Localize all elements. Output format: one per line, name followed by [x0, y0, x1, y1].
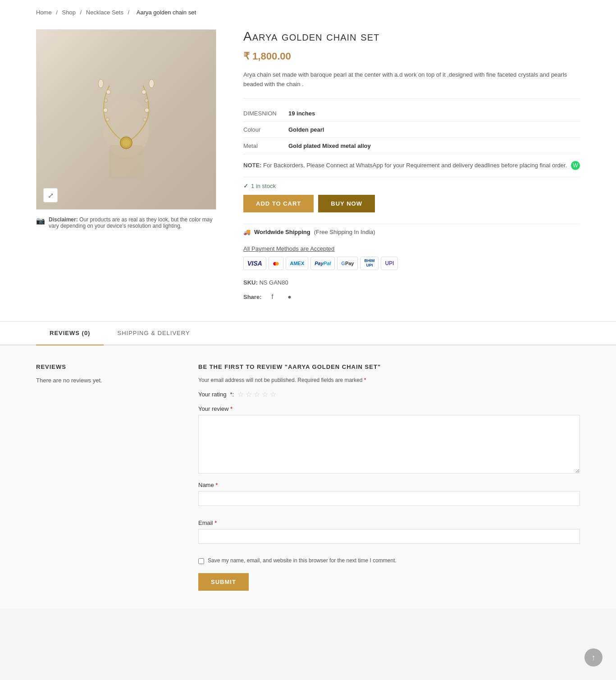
tab-shipping[interactable]: SHIPPING & DELIVERY: [104, 322, 203, 345]
upi-icon: UPI: [381, 257, 398, 270]
expand-button[interactable]: ⤢: [43, 188, 58, 202]
amex-icon: AMEX: [286, 257, 308, 270]
star-3[interactable]: ☆: [254, 390, 260, 399]
name-input[interactable]: [198, 491, 580, 506]
camera-icon: 📷: [36, 216, 45, 225]
stock-text: 1 in stock: [251, 183, 276, 189]
paypal-icon: PayPal: [310, 257, 335, 270]
review-form: BE THE FIRST TO REVIEW "AARYA GOLDEN CHA…: [198, 363, 580, 591]
metal-value: Gold plated Mixed metal alloy: [288, 142, 371, 149]
sku-value: NS GAN80: [259, 279, 288, 286]
reviews-left: REVIEWS There are no reviews yet.: [36, 363, 171, 591]
tab-reviews[interactable]: REVIEWS (0): [36, 322, 104, 345]
share-label: Share:: [243, 294, 261, 300]
product-image-wrapper: ⤢ 📷 Disclaimer: Our products are as real…: [36, 29, 216, 303]
product-image-placeholder: [37, 30, 216, 209]
mastercard-icon: ●●: [269, 257, 284, 270]
review-label: Your review *: [198, 405, 580, 412]
required-note: Your email address will not be published…: [198, 377, 580, 383]
dimension-value: 19 inches: [288, 110, 315, 117]
svg-point-5: [106, 118, 110, 121]
breadcrumb-shop[interactable]: Shop: [62, 9, 76, 16]
colour-value: Golden pearl: [288, 126, 324, 133]
truck-icon: 🚚: [243, 229, 251, 235]
breadcrumb: Home / Shop / Necklace Sets / Aarya gold…: [0, 0, 616, 25]
rating-row: Your rating *: ☆ ☆ ☆ ☆ ☆: [198, 390, 580, 399]
save-checkbox-label: Save my name, email, and website in this…: [208, 557, 397, 564]
sku-row: SKU: NS GAN80: [243, 279, 580, 286]
expand-icon: ⤢: [48, 191, 54, 200]
svg-point-11: [123, 139, 130, 147]
star-5[interactable]: ☆: [270, 390, 276, 399]
svg-point-9: [143, 118, 147, 121]
payment-label: All Payment Methods are Accepted: [243, 245, 580, 252]
note-text: For Backorders, Please Connect at WhatsA…: [263, 162, 567, 169]
add-to-cart-button[interactable]: ADD TO CART: [243, 195, 314, 212]
svg-point-13: [149, 79, 154, 88]
star-4[interactable]: ☆: [262, 390, 268, 399]
name-label: Name *: [198, 482, 580, 488]
email-input[interactable]: [198, 529, 580, 544]
breadcrumb-home[interactable]: Home: [36, 9, 52, 16]
svg-point-3: [104, 99, 108, 102]
metal-label: Metal: [243, 142, 279, 149]
product-price: ₹ 1,800.00: [243, 51, 580, 62]
facebook-share-icon[interactable]: f: [266, 290, 278, 303]
visa-icon: VISA: [243, 257, 266, 270]
svg-rect-1: [110, 145, 143, 179]
whatsapp-share-icon[interactable]: ●: [283, 290, 296, 303]
shipping-row: 🚚 Worldwide Shipping (Free Shipping In I…: [243, 224, 580, 240]
dimension-label: DIMESNION: [243, 110, 279, 117]
bhim-upi-icon: BHIMUPI: [360, 257, 379, 270]
svg-point-12: [98, 79, 103, 88]
review-textarea[interactable]: [198, 415, 580, 473]
star-2[interactable]: ☆: [246, 390, 252, 399]
shipping-note: (Free Shipping In India): [314, 229, 375, 235]
submit-button[interactable]: SUBMIT: [198, 573, 249, 591]
review-group: Your review *: [198, 405, 580, 475]
svg-point-8: [145, 108, 149, 112]
shipping-label: Worldwide Shipping: [254, 229, 310, 235]
stock-row: ✓ 1 in stock: [243, 177, 580, 195]
payment-icons: VISA ●● AMEX PayPal GPay BHIMUPI UPI: [243, 257, 580, 270]
colour-label: Colour: [243, 126, 279, 133]
share-row: Share: f ●: [243, 290, 580, 303]
svg-point-7: [145, 99, 148, 102]
save-checkbox[interactable]: [198, 558, 204, 564]
product-meta: DIMESNION 19 inches Colour Golden pearl …: [243, 98, 580, 178]
product-description: Arya chain set made with baroque pearl a…: [243, 70, 580, 89]
checkmark-icon: ✓: [243, 183, 248, 189]
whatsapp-icon: W: [571, 161, 580, 170]
note-label: NOTE:: [243, 162, 261, 169]
tabs-nav: REVIEWS (0) SHIPPING & DELIVERY: [0, 322, 616, 345]
product-title: Aarya golden chain set: [243, 29, 580, 44]
colour-row: Colour Golden pearl: [243, 122, 580, 138]
svg-point-4: [103, 108, 107, 112]
dimension-row: DIMESNION 19 inches: [243, 106, 580, 122]
breadcrumb-current: Aarya golden chain set: [137, 9, 196, 16]
rating-label: Your rating: [198, 391, 226, 398]
name-group: Name *: [198, 482, 580, 513]
sku-label: SKU:: [243, 279, 258, 286]
product-section: ⤢ 📷 Disclaimer: Our products are as real…: [0, 25, 616, 321]
disclaimer-bold: Disclaimer:: [49, 216, 78, 223]
email-label: Email *: [198, 519, 580, 526]
review-form-title: BE THE FIRST TO REVIEW "AARYA GOLDEN CHA…: [198, 363, 580, 370]
buy-now-button[interactable]: BUY NOW: [318, 195, 375, 212]
svg-point-2: [106, 90, 110, 94]
star-rating[interactable]: ☆ ☆ ☆ ☆ ☆: [237, 390, 276, 399]
reviews-left-title: REVIEWS: [36, 363, 171, 370]
note-row: NOTE: For Backorders, Please Connect at …: [243, 154, 580, 178]
metal-row: Metal Gold plated Mixed metal alloy: [243, 138, 580, 154]
page-wrapper: Home / Shop / Necklace Sets / Aarya gold…: [0, 0, 616, 609]
tabs-section: REVIEWS (0) SHIPPING & DELIVERY REVIEWS …: [0, 321, 616, 609]
svg-point-6: [142, 90, 146, 94]
product-image: ⤢: [36, 29, 216, 210]
save-checkbox-row: Save my name, email, and website in this…: [198, 557, 580, 564]
disclaimer: 📷 Disclaimer: Our products are as real a…: [36, 216, 216, 229]
breadcrumb-category[interactable]: Necklace Sets: [86, 9, 123, 16]
product-details: Aarya golden chain set ₹ 1,800.00 Arya c…: [243, 29, 580, 303]
gpay-icon: GPay: [337, 257, 358, 270]
reviews-content: REVIEWS There are no reviews yet. BE THE…: [0, 345, 616, 609]
star-1[interactable]: ☆: [237, 390, 244, 399]
